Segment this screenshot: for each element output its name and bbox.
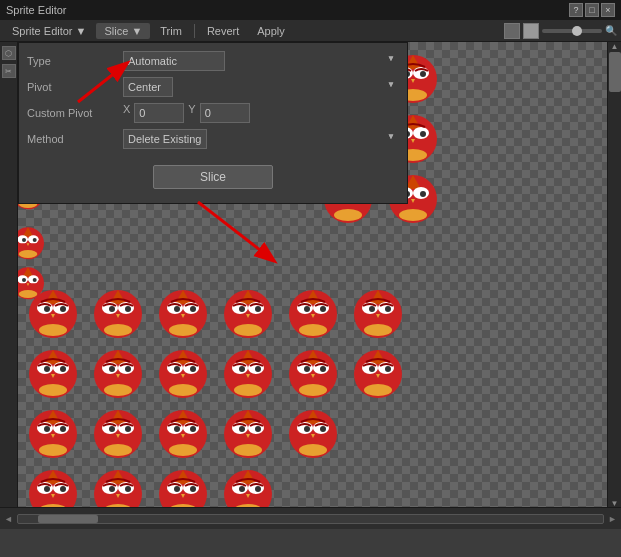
svg-point-29 [420,131,426,137]
bird-fullrow0-c1 [88,282,148,345]
svg-point-39 [334,209,362,221]
bird-fullrow1-c2 [153,342,213,405]
zoom-slider-thumb[interactable] [572,26,582,36]
bird-left-3 [18,262,48,305]
h-scrollbar-thumb[interactable] [38,515,98,523]
svg-point-77 [255,306,261,312]
slice-btn-area: Slice [27,159,399,195]
scroll-up-btn[interactable]: ▲ [608,42,621,50]
svg-point-95 [364,324,392,336]
svg-point-229 [33,238,37,242]
bird-fullrow3-c2 [153,462,213,507]
svg-point-117 [190,366,196,372]
apply-button[interactable]: Apply [249,23,293,39]
custom-pivot-y[interactable] [200,103,250,123]
svg-point-85 [320,306,326,312]
svg-point-60 [109,306,115,312]
bird-fullrow3-c1 [88,462,148,507]
y-label: Y [188,103,195,123]
type-select-wrap: Automatic Grid By Cell Size Grid By Cell… [123,51,399,71]
svg-point-157 [125,426,131,432]
title-bar: Sprite Editor ? □ × [0,0,621,20]
trim-menu[interactable]: Trim [152,23,190,39]
type-row: Type Automatic Grid By Cell Size Grid By… [27,51,399,71]
bird-fullrow0-c5 [348,282,408,345]
bird-fullrow2-c0 [23,402,83,465]
svg-point-52 [44,306,50,312]
svg-point-132 [304,366,310,372]
bird-fullrow1-c0 [23,342,83,405]
sprite-editor-menu[interactable]: Sprite Editor ▼ [4,23,94,39]
slice-button[interactable]: Slice [153,165,273,189]
svg-point-109 [125,366,131,372]
tool-slice[interactable]: ✂ [2,64,16,78]
bird-fullrow0-c2 [153,282,213,345]
svg-point-213 [255,486,261,492]
scroll-left-btn[interactable]: ◄ [4,514,13,524]
svg-point-173 [255,426,261,432]
svg-point-237 [33,278,37,282]
svg-point-204 [174,486,180,492]
svg-point-76 [239,306,245,312]
bird-fullrow1-c4 [283,342,343,405]
svg-point-149 [60,426,66,432]
svg-point-100 [44,366,50,372]
title-bar-text: Sprite Editor [6,4,67,16]
pivot-select[interactable]: Center Top Left Top Custom [123,77,173,97]
scroll-down-btn[interactable]: ▼ [608,499,621,507]
help-button[interactable]: ? [569,3,583,17]
bird-fullrow2-c4 [283,402,343,465]
svg-point-164 [174,426,180,432]
svg-point-69 [190,306,196,312]
method-label: Method [27,133,117,145]
revert-button[interactable]: Revert [199,23,247,39]
svg-point-196 [109,486,115,492]
bird-fullrow0-c3 [218,282,278,345]
bird-fullrow2-c1 [88,402,148,465]
bird-fullrow3-c3 [218,462,278,507]
svg-point-79 [234,324,262,336]
menu-separator [194,24,195,38]
bottom-bar: ◄ ► [0,507,621,529]
title-bar-buttons: ? □ × [569,3,615,17]
right-scrollbar[interactable]: ▲ ▼ [607,42,621,507]
svg-point-119 [169,384,197,396]
svg-point-165 [190,426,196,432]
bird-fullrow3-c0 [23,462,83,507]
tool-select[interactable]: ⬡ [2,46,16,60]
svg-point-13 [420,71,426,77]
color-btn-1[interactable] [504,23,520,39]
zoom-slider[interactable] [542,29,602,33]
type-select[interactable]: Automatic Grid By Cell Size Grid By Cell… [123,51,225,71]
slice-menu[interactable]: Slice ▼ [96,23,150,39]
scroll-right-btn[interactable]: ► [608,514,617,524]
close-button[interactable]: × [601,3,615,17]
type-label: Type [27,55,117,67]
svg-point-127 [234,384,262,396]
svg-point-189 [60,486,66,492]
custom-pivot-x[interactable] [134,103,184,123]
svg-point-84 [304,306,310,312]
left-sidebar: ⬡ ✂ [0,42,18,507]
menu-bar: Sprite Editor ▼ Slice ▼ Trim Revert Appl… [0,20,621,42]
horizontal-scrollbar[interactable] [17,514,604,524]
svg-point-183 [299,444,327,456]
svg-point-108 [109,366,115,372]
pivot-label: Pivot [27,81,117,93]
svg-point-111 [104,384,132,396]
custom-pivot-row: Custom Pivot X Y [27,103,399,123]
method-row: Method Delete Existing Smart Safe ▼ [27,129,399,149]
svg-point-47 [399,209,427,221]
svg-point-71 [169,324,197,336]
svg-point-55 [39,324,67,336]
svg-point-53 [60,306,66,312]
scrollbar-thumb[interactable] [609,52,621,92]
maximize-button[interactable]: □ [585,3,599,17]
method-select[interactable]: Delete Existing Smart Safe [123,129,207,149]
canvas-area[interactable]: // Generate bird rows 3-6 programmatical… [18,42,607,507]
svg-point-124 [239,366,245,372]
svg-point-175 [234,444,262,456]
color-btn-2[interactable] [523,23,539,39]
method-select-wrap: Delete Existing Smart Safe ▼ [123,129,399,149]
x-label: X [123,103,130,123]
